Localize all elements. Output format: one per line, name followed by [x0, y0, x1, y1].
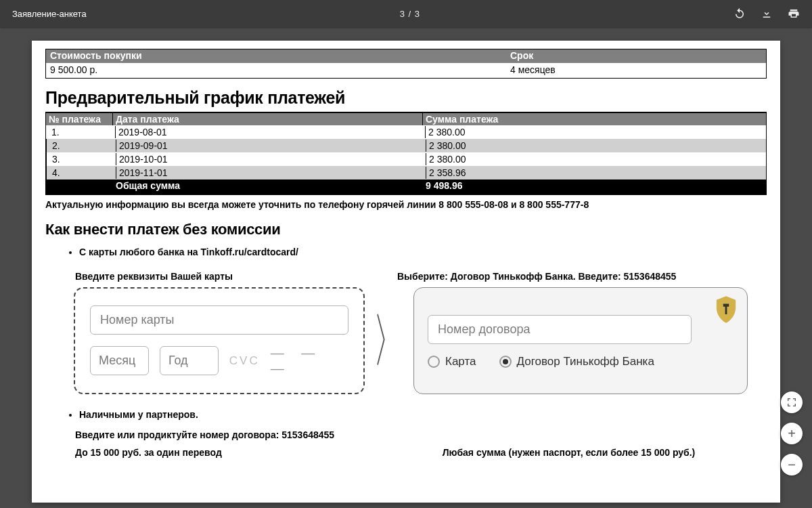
zoom-in-button[interactable]: +	[781, 423, 803, 444]
schedule-heading: Предварительный график платежей	[45, 88, 767, 108]
pdf-viewport[interactable]: Стоимость покупки Срок 9 500.00 р. 4 мес…	[0, 27, 812, 508]
arrow-right-icon: 〉	[373, 301, 405, 379]
option-card: С карты любого банка на Tinkoff.ru/cardt…	[79, 247, 767, 257]
rotate-icon[interactable]	[734, 7, 746, 20]
source-card-panel: Номер карты Месяц Год CVC — — —	[74, 287, 365, 394]
shield-icon	[715, 296, 738, 326]
purchase-summary-table: Стоимость покупки Срок 9 500.00 р. 4 мес…	[45, 49, 767, 79]
col-amount: Сумма платежа	[422, 113, 766, 125]
month-input: Месяц	[90, 346, 149, 375]
option-cash: Наличными у партнеров.	[79, 409, 767, 420]
cvc-placeholder: — — —	[271, 345, 348, 377]
table-row: 2. 2019-09-01 2 380.00	[46, 139, 766, 152]
partner-cap-any: Любая сумма (нужен паспорт, если более 1…	[443, 447, 695, 458]
src-caption: Введите реквизиты Вашей карты	[75, 271, 365, 282]
destination-card-panel: Номер договора Карта Договор Тинькофф Ба…	[413, 287, 748, 394]
partners-row: До 15 000 руб. за один перевод Любая сум…	[63, 447, 767, 462]
total-label: Общая сумма	[112, 179, 422, 194]
download-icon[interactable]	[761, 7, 773, 20]
cost-label: Стоимость покупки	[46, 49, 506, 63]
page-indicator: 3 / 3	[87, 9, 734, 19]
radio-card: Карта	[428, 355, 476, 368]
fit-page-button[interactable]	[781, 391, 803, 413]
doc-title: Заявление-анкета	[12, 9, 87, 19]
dst-caption: Выберите: Договор Тинькофф Банка. Введит…	[397, 271, 767, 282]
howto-heading: Как внести платеж без комиссии	[45, 221, 767, 238]
table-row: 4. 2019-11-01 2 358.96	[46, 166, 766, 179]
col-date: Дата платежа	[112, 113, 422, 125]
term-label: Срок	[506, 49, 766, 63]
partner-cap-limit: До 15 000 руб. за один перевод	[75, 447, 222, 458]
print-icon[interactable]	[788, 7, 800, 20]
zoom-out-button[interactable]: −	[781, 454, 803, 475]
payments-table: № платежа Дата платежа Сумма платежа 1. …	[45, 112, 767, 195]
card-number-input: Номер карты	[90, 305, 348, 335]
pdf-toolbar: Заявление-анкета 3 / 3	[0, 0, 812, 27]
cost-value: 9 500.00 р.	[46, 63, 506, 78]
total-value: 9 498.96	[422, 179, 766, 194]
cvc-label: CVC	[229, 354, 260, 368]
radio-contract: Договор Тинькофф Банка	[499, 355, 654, 368]
contract-line: Введите или продиктуйте номер договора: …	[75, 429, 780, 440]
term-value: 4 месяцев	[506, 63, 766, 78]
year-input: Год	[160, 346, 219, 375]
zoom-controls: + −	[781, 391, 803, 475]
hotline-note: Актуальную информацию вы всегда можете у…	[45, 199, 767, 210]
pdf-page: Стоимость покупки Срок 9 500.00 р. 4 мес…	[32, 41, 780, 503]
col-n: № платежа	[46, 113, 112, 125]
contract-number-input: Номер договора	[428, 315, 692, 344]
table-row: 1. 2019-08-01 2 380.00	[46, 125, 766, 139]
table-row: 3. 2019-10-01 2 380.00	[46, 152, 766, 166]
